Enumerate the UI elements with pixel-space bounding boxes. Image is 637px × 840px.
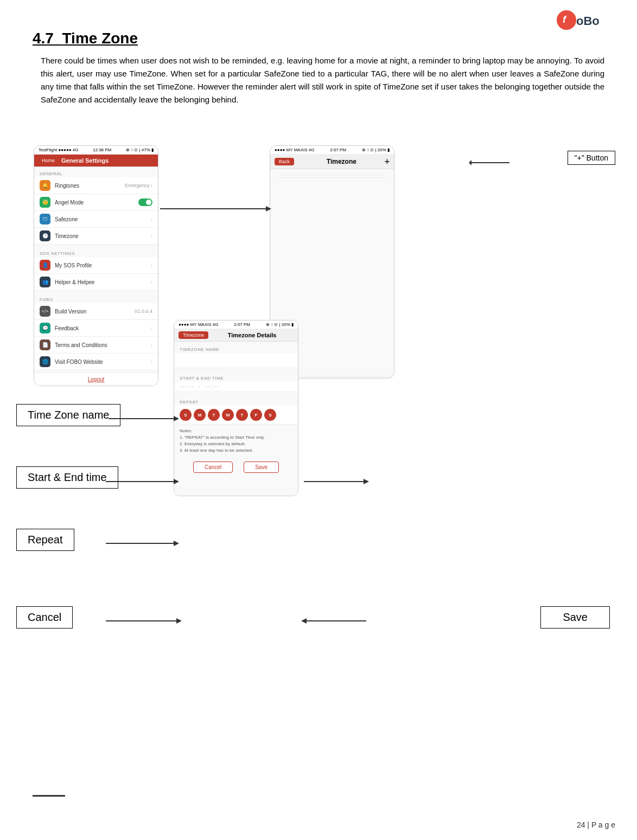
day-sunday[interactable]: S (180, 409, 192, 421)
build-version-icon: </> (40, 306, 50, 317)
start-end-input-area[interactable]: - - : - - - - - : - - (174, 382, 298, 392)
notes-item-3: 3. At least one day has to be selected. (180, 447, 292, 454)
day-saturday[interactable]: S (264, 409, 276, 421)
repeat-section-label: REPEAT (174, 396, 298, 406)
phone3: ●●●● MY MAXIS 4G 2:07 PM ⊕ ↑ ⊙ | 20% ▮ T… (174, 320, 298, 496)
cancel-button[interactable]: Cancel (193, 461, 233, 473)
phone2-nav-title: Timezone (298, 158, 385, 165)
day-monday[interactable]: M (194, 409, 206, 421)
feedback-label: Feedback (55, 325, 149, 331)
angel-mode-icon: 😇 (40, 197, 50, 208)
phone3-navbar: Timezone Timezone Details (174, 329, 298, 342)
notes-item-1: 1. "REPEAT" is according to Start Time o… (180, 434, 292, 441)
ringtones-value: Emergency › (125, 183, 152, 188)
phone2-back-btn[interactable]: Back (275, 158, 294, 165)
phone3-timezone-tab[interactable]: Timezone (179, 331, 208, 339)
menu-feedback[interactable]: 💬 Feedback › (34, 320, 158, 337)
day-friday[interactable]: F (250, 409, 262, 421)
day-wednesday[interactable]: W (222, 409, 234, 421)
phone3-content: TIMEZONE NAME START & END TIME - - : - -… (174, 342, 298, 496)
menu-website[interactable]: 🌐 Visit FOBO Website › (34, 354, 158, 370)
angel-mode-label: Angel Mode (55, 200, 138, 206)
end-time-label: - - : - - (206, 384, 219, 389)
cancel-annotation: Cancel (16, 606, 73, 629)
phone1-battery: ⊕ ↑ ⊙ | 47% ▮ (126, 148, 154, 152)
timezone-name-input-area[interactable] (174, 353, 298, 368)
phone1: TestFlight ●●●●● 4G 12:38 PM ⊕ ↑ ⊙ | 47%… (34, 145, 158, 386)
timezone-label: Timezone (55, 233, 149, 239)
ringtones-label: Ringtones (55, 183, 125, 189)
timezone-name-section-label: TIMEZONE NAME (174, 344, 298, 353)
phone3-battery: ⊕ ↑ ⊙ | 20% ▮ (266, 322, 294, 327)
build-version-value: V1.0.6.4 (134, 309, 152, 314)
website-chevron: › (151, 359, 152, 365)
start-time-label: - - : - - (180, 384, 193, 389)
feedback-chevron: › (151, 325, 152, 331)
sos-profile-label: My SOS Profile (55, 262, 149, 268)
phone1-home-btn[interactable]: Home (39, 157, 58, 164)
save-button[interactable]: Save (244, 461, 279, 473)
phone3-nav-title: Timezone Details (211, 332, 294, 338)
menu-safezone[interactable]: 🛡 Safezone › (34, 211, 158, 228)
fobo-section-label: FOBO (34, 295, 158, 303)
arrow-tz-name (109, 413, 179, 424)
page-number: 24 | P a g e (577, 820, 615, 829)
days-row: S M T W T F S (174, 406, 298, 425)
menu-ringtones[interactable]: 🔔 Ringtones Emergency › (34, 177, 158, 194)
build-version-label: Build Version (55, 309, 134, 315)
phone2-navbar: Back Timezone + (270, 155, 394, 169)
menu-timezone[interactable]: 🕐 Timezone › (34, 228, 158, 245)
menu-sos-profile[interactable]: 👤 My SOS Profile › (34, 257, 158, 274)
phone1-logout[interactable]: Logout (34, 373, 158, 386)
general-section-label: GENERAL (34, 169, 158, 177)
svg-point-0 (557, 10, 576, 30)
arrow-plus (469, 157, 512, 168)
terms-icon: 📄 (40, 339, 50, 350)
phone1-content: GENERAL 🔔 Ringtones Emergency › 😇 Angel … (34, 167, 158, 373)
svg-marker-12 (364, 479, 369, 484)
svg-marker-16 (176, 618, 182, 624)
timezone-chevron: › (151, 233, 152, 239)
timezone-icon: 🕐 (40, 230, 50, 241)
phone1-time: 12:38 PM (93, 148, 111, 152)
sos-profile-chevron: › (151, 262, 152, 268)
save-annotation: Save (540, 606, 610, 629)
plus-button-annotation: "+" Button (568, 151, 615, 165)
start-end-annotation: Start & End time (16, 466, 118, 489)
svg-marker-18 (301, 618, 307, 624)
ringtones-icon: 🔔 (40, 180, 50, 191)
body-text: There could be times when user does not … (41, 54, 604, 106)
bottom-rule (33, 795, 65, 797)
section-number: 4.7 (33, 30, 54, 47)
start-end-section-label: START & END TIME (174, 373, 298, 382)
section-title: Time Zone (62, 30, 138, 47)
timezone-name-input[interactable] (180, 355, 292, 366)
svg-marker-4 (266, 206, 271, 211)
arrow-save (301, 615, 366, 626)
phone3-time: 2:07 PM (234, 322, 250, 327)
arrow-cancel (106, 615, 182, 626)
phone1-nav-title: General Settings (61, 157, 109, 164)
helper-helpee-label: Helper & Helpee (55, 279, 149, 285)
notes-item-2: 2. Everyday is selected by default. (180, 441, 292, 447)
safezone-icon: 🛡 (40, 214, 50, 225)
terms-chevron: › (151, 342, 152, 348)
svg-marker-14 (174, 541, 179, 546)
phone3-status-bar: ●●●● MY MAXIS 4G 2:07 PM ⊕ ↑ ⊙ | 20% ▮ (174, 320, 298, 329)
day-thursday[interactable]: T (236, 409, 248, 421)
menu-angel-mode[interactable]: 😇 Angel Mode (34, 194, 158, 211)
helper-helpee-chevron: › (151, 279, 152, 285)
phone2-battery: ⊕ ↑ ⊙ | 20% ▮ (362, 148, 390, 152)
phone2-status-bar: ●●●● MY MAXIS 4G 2:07 PM ⊕ ↑ ⊙ | 20% ▮ (270, 146, 394, 155)
day-tuesday[interactable]: T (208, 409, 220, 421)
phone2-plus-btn[interactable]: + (385, 157, 390, 166)
angel-mode-toggle[interactable] (138, 198, 152, 206)
menu-terms[interactable]: 📄 Terms and Conditions › (34, 337, 158, 354)
feedback-icon: 💬 (40, 323, 50, 334)
menu-helper-helpee[interactable]: 👥 Helper & Helpee › (34, 274, 158, 291)
safezone-label: Safezone (55, 216, 149, 222)
phone2-carrier: ●●●● MY MAXIS 4G (275, 148, 314, 152)
phone1-status-bar: TestFlight ●●●●● 4G 12:38 PM ⊕ ↑ ⊙ | 47%… (34, 146, 158, 155)
logo: f oBo (556, 7, 621, 36)
terms-label: Terms and Conditions (55, 342, 149, 348)
